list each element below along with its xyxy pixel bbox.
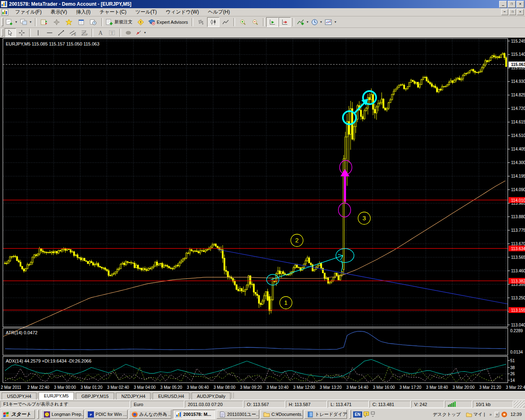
start-label: スタート [11, 411, 31, 418]
toolbar-standard: ▼▼新規注文!Expert Advisors▼▼▼ [0, 16, 525, 28]
chart-tab-eurusd-h4[interactable]: EURUSD,H4 [153, 393, 189, 400]
chevron-down-icon: ▼ [306, 21, 309, 23]
favorites-button[interactable] [63, 17, 75, 27]
mdi-restore-button[interactable]: ❐ [509, 9, 516, 15]
indicators-icon [297, 19, 304, 25]
app-icon[interactable] [1, 1, 7, 7]
channel-button[interactable]: E [67, 28, 78, 37]
resize-grip[interactable] [514, 401, 525, 408]
chart-tab-gbpjpy-m15[interactable]: GBPJPY,M15 [76, 393, 114, 400]
new-order-button[interactable]: 新規注文 [105, 17, 135, 27]
line-chart-button[interactable] [219, 17, 232, 27]
mdi-minimize-button[interactable]: − [501, 9, 508, 15]
adx-scale-label: 14 [510, 378, 515, 383]
taskbar-clock[interactable]: 12:39 [509, 412, 524, 417]
chart-tab-bar: USDJPY,H4EURJPY,M5GBPJPY,M15NZDJPY,H4EUR… [0, 391, 525, 399]
metatrader-icon [176, 411, 182, 418]
my-toolbar[interactable]: マイ | [464, 411, 486, 418]
menu-window[interactable]: ウィンドウ(W) [161, 8, 203, 16]
navigator-button[interactable] [50, 17, 63, 27]
zoom-in-button[interactable] [237, 17, 249, 27]
toolbar-separator [101, 18, 103, 26]
pdic-icon: P [88, 411, 94, 418]
restore-button[interactable]: ❐ [508, 1, 516, 8]
menu-insert[interactable]: 挿入(I) [71, 8, 95, 16]
desktop-toolbar[interactable]: デスクトップ [431, 411, 462, 418]
shapes-button[interactable] [123, 28, 134, 37]
menu-charts[interactable]: チャート(C) [95, 8, 131, 16]
language-bar-options-icon[interactable] [370, 411, 375, 418]
firefox-icon [132, 411, 138, 418]
language-indicator[interactable]: EN [353, 411, 362, 418]
cursor-button[interactable] [5, 28, 16, 37]
task-label: トレードダイアリ... [315, 411, 347, 418]
vertical-line-button[interactable] [32, 28, 44, 37]
time-axis-label: 3 Mar 21:20 [479, 385, 501, 390]
horizontal-line-button[interactable] [44, 28, 55, 37]
task-button-doc[interactable]: 20110301ユー... [217, 410, 259, 419]
text-label-button[interactable]: T [106, 28, 118, 37]
menu-view[interactable]: 表示(V) [46, 8, 71, 16]
data-window-button[interactable] [75, 17, 87, 27]
price-scale-label: 113.880 [511, 215, 525, 219]
task-button-metatrader[interactable]: 2001578: M... [173, 410, 215, 419]
candlestick-icon [210, 19, 217, 25]
price-scale-label: 113.670 [511, 242, 525, 246]
price-scale-label: 114.615 [511, 120, 525, 124]
menu-file[interactable]: ファイル(F) [11, 8, 46, 16]
strategy-tester-button[interactable] [87, 17, 100, 27]
toolbar-separator [263, 18, 265, 26]
text-button[interactable]: A [95, 28, 106, 37]
toolbar-grip[interactable] [1, 29, 3, 36]
candlestick-button[interactable] [207, 17, 219, 27]
price-scale-label: 114.300 [511, 160, 525, 165]
tray-app-icon[interactable] [501, 411, 507, 418]
mdi-close-button[interactable]: ✕ [517, 9, 524, 15]
chart-tab-audjpy-daily[interactable]: AUDJPY,Daily [192, 393, 231, 400]
fibonacci-button[interactable]: F [78, 28, 90, 37]
alert-button[interactable]: ! [135, 17, 147, 27]
taskbar-handle[interactable] [37, 410, 39, 419]
indicators-button[interactable]: ▼ [296, 17, 310, 27]
tab-separator [190, 393, 191, 398]
language-help-icon[interactable]: ? [363, 411, 369, 418]
time-axis-label: 3 Mar 16:00 [373, 385, 395, 390]
close-button[interactable]: ✕ [516, 1, 524, 8]
new-chart-icon [6, 19, 13, 25]
chart-system-icon[interactable] [2, 9, 8, 16]
status-bar: F1キーでヘルプが表示されますEuro2011.03.03 07:20O: 11… [0, 399, 525, 408]
chart-tab-nzdjpy-h4[interactable]: NZDJPY,H4 [116, 393, 151, 400]
minimize-button[interactable]: _ [499, 1, 507, 8]
templates-button[interactable]: ▼ [324, 17, 338, 27]
menu-help[interactable]: ヘルプ(H) [203, 8, 235, 16]
new-chart-button[interactable]: ▼ [5, 17, 19, 27]
arrows-button[interactable]: ▼ [134, 28, 148, 37]
task-button-pdic[interactable]: PPDIC for Win ... [85, 410, 128, 419]
status-low: L: 113.471 [328, 401, 369, 408]
market-watch-button[interactable] [38, 17, 50, 27]
task-button-firefox[interactable]: みんなの外為 ... [129, 410, 171, 419]
chevron-right-icon[interactable]: » [488, 412, 493, 417]
chart-tab-usdjpy-h4[interactable]: USDJPY,H4 [2, 393, 37, 400]
tray-collapse-button[interactable]: « [495, 412, 500, 417]
auto-scroll-button[interactable] [266, 17, 278, 27]
chart-shift-button[interactable] [278, 17, 291, 27]
expert-advisors-button[interactable]: Expert Advisors [147, 17, 190, 27]
toolbar-grip[interactable] [1, 18, 3, 26]
periods-button[interactable]: ▼ [310, 17, 324, 27]
zoom-out-button[interactable] [249, 17, 261, 27]
task-button-longman[interactable]: Longman Prep... [41, 410, 84, 419]
profiles-button[interactable]: ▼ [19, 17, 33, 27]
chart-symbol-ohlc-label: EURJPY,M5 115.085 115.157 115.050 115.06… [6, 41, 99, 46]
taskbar-handle[interactable] [349, 410, 351, 419]
task-button-notebook[interactable]: トレードダイアリ... [304, 410, 347, 419]
price-scale-label: 114.405 [511, 147, 525, 151]
crosshair-button[interactable] [16, 28, 27, 37]
trend-line-button[interactable] [55, 28, 67, 37]
chart-tab-eurjpy-m5[interactable]: EURJPY,M5 [39, 392, 74, 400]
menu-tools[interactable]: ツール(T) [131, 8, 161, 16]
task-button-folder[interactable]: C:¥Documents... [260, 410, 303, 419]
price-scale-label: 113.775 [511, 228, 525, 233]
bar-chart-button[interactable] [195, 17, 207, 27]
start-button[interactable]: スタート [1, 410, 35, 419]
